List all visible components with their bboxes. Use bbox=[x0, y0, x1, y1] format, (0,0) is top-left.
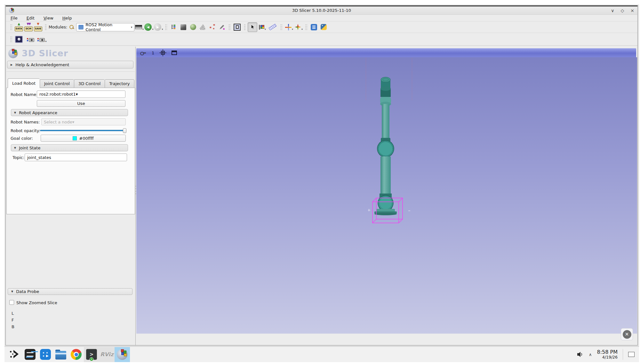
mouse-interaction-button[interactable] bbox=[248, 22, 257, 32]
topic-value: joint_states bbox=[27, 155, 51, 160]
chevron-down-icon: ▾ bbox=[76, 92, 78, 97]
probe-axis-l: L bbox=[12, 311, 14, 316]
goal-color-button[interactable]: #00ffff bbox=[41, 135, 126, 142]
markups-module-button[interactable]: *** bbox=[207, 22, 217, 32]
save-data-button[interactable]: ▼ SAVE bbox=[33, 22, 43, 32]
robot-names-combobox[interactable]: Select a node ▾ bbox=[41, 118, 126, 125]
center-view-icon[interactable] bbox=[160, 50, 166, 56]
menu-edit[interactable]: Edit bbox=[27, 16, 35, 20]
robot-name-combobox[interactable]: ros2:robot:robot1 ▾ bbox=[37, 91, 125, 98]
module-back-button[interactable]: ◀ ▾ bbox=[144, 22, 154, 32]
file-manager-button[interactable] bbox=[53, 347, 68, 362]
tray-expand-icon[interactable]: ∧ bbox=[589, 352, 592, 357]
models-module-button[interactable] bbox=[198, 22, 207, 32]
rviz-button[interactable]: RViz bbox=[99, 347, 115, 362]
robot-appearance-section[interactable]: ▼ Robot Appearance bbox=[11, 109, 128, 116]
volume-icon[interactable] bbox=[577, 352, 584, 357]
tab-joint-control[interactable]: Joint Control bbox=[40, 79, 74, 88]
load-dicom-button[interactable]: ▼▼ DCM bbox=[24, 22, 33, 32]
desktop-screenshot: 3D Slicer 5.10.0-2025-11-10 ∨ ◇ × File E… bbox=[0, 0, 640, 364]
close-icon[interactable]: × bbox=[630, 7, 634, 14]
threed-view: 1 bbox=[136, 47, 637, 345]
menu-bar: File Edit View Help bbox=[6, 15, 637, 21]
maximize-view-icon[interactable] bbox=[172, 51, 177, 55]
layout-icon bbox=[234, 24, 241, 31]
menu-file[interactable]: File bbox=[11, 16, 18, 20]
maximize-icon[interactable]: ◇ bbox=[620, 7, 624, 14]
cursor-icon bbox=[250, 24, 255, 30]
use-button[interactable]: Use bbox=[37, 100, 125, 107]
module-search-icon[interactable] bbox=[69, 25, 74, 30]
forward-arrow-icon: ▶ bbox=[154, 23, 161, 31]
tab-load-robot[interactable]: Load Robot bbox=[8, 78, 40, 88]
robot-opacity-slider[interactable] bbox=[40, 128, 126, 133]
joint-state-section[interactable]: ▼ Joint State bbox=[11, 144, 128, 151]
clock[interactable]: 8:58 PM 4/19/26 bbox=[597, 349, 618, 360]
settings-button[interactable] bbox=[22, 347, 38, 362]
module-forward-button[interactable]: ▶ ▾ bbox=[154, 22, 163, 32]
tab-3d-control[interactable]: 3D Control bbox=[74, 79, 105, 88]
title-bar[interactable]: 3D Slicer 5.10.0-2025-11-10 ∨ ◇ × bbox=[6, 6, 637, 15]
python-console-button[interactable] bbox=[319, 22, 328, 32]
toolbar-grip bbox=[165, 24, 167, 31]
annotations-button[interactable] bbox=[217, 22, 227, 32]
crosshair-icon bbox=[285, 24, 292, 30]
rviz-logo: RViz bbox=[100, 351, 114, 358]
measurements-button[interactable] bbox=[267, 22, 278, 32]
scene-view-capture-button[interactable] bbox=[26, 35, 35, 44]
panel-splitter-handle[interactable] bbox=[135, 185, 137, 196]
menu-help[interactable]: Help bbox=[62, 16, 72, 20]
minimize-icon[interactable]: ∨ bbox=[611, 7, 614, 14]
module-header: 3D Slicer bbox=[8, 48, 68, 58]
slicer-taskbar-button[interactable] bbox=[115, 347, 130, 362]
python-icon bbox=[321, 24, 327, 30]
crosshair-button[interactable]: ▾ bbox=[284, 22, 294, 32]
toolbar-grip bbox=[228, 24, 230, 31]
volumes-module-button[interactable] bbox=[188, 22, 198, 32]
show-desktop-button[interactable] bbox=[628, 352, 635, 357]
slicer-window: 3D Slicer 5.10.0-2025-11-10 ∨ ◇ × File E… bbox=[5, 5, 638, 345]
pen-icon bbox=[219, 24, 225, 30]
models-mesh-icon bbox=[200, 24, 206, 30]
notification-popup: ✕ bbox=[621, 328, 633, 340]
software-store-button[interactable] bbox=[38, 347, 53, 362]
threed-viewport[interactable] bbox=[136, 57, 637, 334]
extensions-manager-button[interactable] bbox=[309, 22, 319, 32]
scene-view-restore-button[interactable]: ▾ bbox=[37, 35, 47, 44]
module-selector[interactable]: ROS2 Motion Control ▾ bbox=[76, 23, 134, 31]
colors-icon bbox=[259, 24, 264, 30]
app-launcher-button[interactable] bbox=[7, 347, 22, 362]
app-launcher-icon bbox=[9, 350, 20, 359]
clock-time: 8:58 PM bbox=[597, 349, 618, 355]
data-probe-label: Data Probe bbox=[16, 289, 39, 294]
data-module-button[interactable] bbox=[179, 22, 188, 32]
slider-handle[interactable] bbox=[123, 128, 126, 133]
topic-input[interactable]: joint_states bbox=[25, 154, 127, 161]
panel-divider bbox=[6, 72, 135, 72]
tab-trajectory[interactable]: Trajectory bbox=[105, 79, 134, 88]
layout-selector-button[interactable] bbox=[232, 22, 242, 32]
load-data-button[interactable]: ▲ DATA bbox=[14, 22, 24, 32]
robot-model[interactable] bbox=[360, 75, 418, 234]
threed-view-header[interactable]: 1 bbox=[136, 48, 636, 57]
dismiss-notification-icon[interactable]: ✕ bbox=[623, 330, 631, 339]
module-panel: 3D Slicer ▶ Help & Acknowledgement Load … bbox=[6, 47, 136, 345]
window-title: 3D Slicer 5.10.0-2025-11-10 bbox=[6, 8, 637, 13]
module-history-button[interactable]: ▾ bbox=[134, 22, 144, 32]
screenshot-button[interactable] bbox=[14, 35, 24, 44]
toolbar-grip bbox=[305, 24, 307, 31]
desktop: 3D Slicer 5.10.0-2025-11-10 ∨ ◇ × File E… bbox=[4, 4, 639, 362]
help-acknowledgement-section[interactable]: ▶ Help & Acknowledgement bbox=[7, 61, 133, 68]
menu-view[interactable]: View bbox=[44, 16, 53, 20]
slicer-taskbar-icon bbox=[117, 349, 128, 360]
chrome-button[interactable] bbox=[68, 347, 84, 362]
reformat-button[interactable]: ▾ bbox=[294, 22, 303, 32]
pin-icon[interactable] bbox=[140, 51, 146, 54]
terminal-button[interactable]: > ↓ bbox=[84, 347, 99, 362]
data-probe-section[interactable]: ▼ Data Probe bbox=[8, 288, 132, 295]
show-zoomed-slice-checkbox[interactable] bbox=[9, 300, 14, 305]
module-list-button[interactable] bbox=[169, 22, 179, 32]
window-level-button[interactable]: ▾ bbox=[257, 22, 267, 32]
taskbar: > ↓ RViz ∧ 8:58 PM 4/19/26 bbox=[4, 346, 639, 362]
load-data-icon: DATA bbox=[15, 27, 23, 31]
